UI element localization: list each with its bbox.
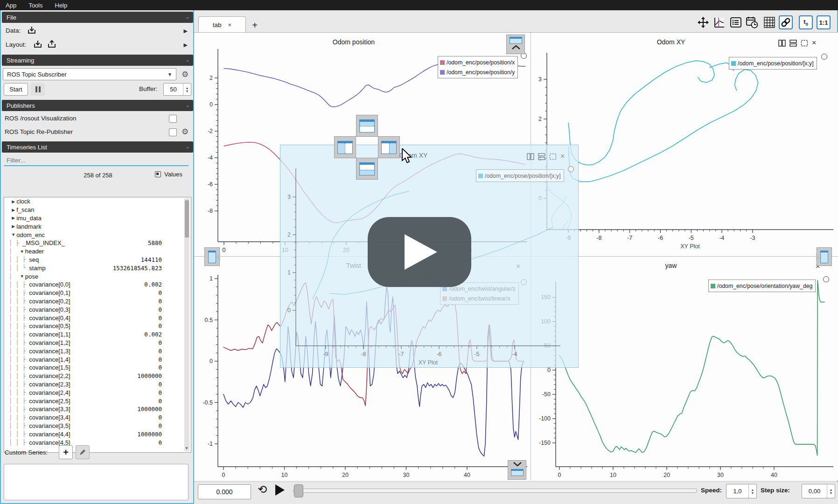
- tree-row[interactable]: │ │ ├ covariance[4,4]1000000: [4, 430, 191, 438]
- t0-icon[interactable]: t0: [799, 15, 813, 29]
- publisher-republisher-checkbox[interactable]: [169, 128, 177, 136]
- video-play-button[interactable]: [368, 217, 471, 287]
- tree-row[interactable]: │ │ ├ covariance[1,5]0: [4, 364, 191, 372]
- dock-edge-left-indicator[interactable]: [204, 247, 220, 266]
- plot-legend[interactable]: /odom_enc/pose/orientation/yaw_deg: [708, 280, 816, 292]
- tree-row[interactable]: │ │ ├ covariance[1,3]0: [4, 347, 191, 355]
- time-field[interactable]: 0.000: [198, 484, 251, 499]
- tree-row[interactable]: │ │ ├ covariance[1,4]0: [4, 355, 191, 364]
- start-button[interactable]: Start: [4, 83, 28, 96]
- step-size-spinner[interactable]: 0,00▲▼: [802, 484, 835, 498]
- dock-left-indicator[interactable]: [334, 136, 356, 158]
- layout-submenu-arrow[interactable]: ▶: [184, 42, 188, 48]
- tree-row[interactable]: │ │ ├ covariance[0,2]0: [4, 297, 191, 306]
- tree-row[interactable]: │ │ ├ covariance[1,2]0: [4, 339, 191, 347]
- tree-row[interactable]: │ │ ├ covariance[0,0]0.002: [4, 280, 191, 289]
- list-icon[interactable]: [729, 15, 743, 29]
- add-custom-series-button[interactable]: +: [59, 445, 73, 459]
- plot-legend[interactable]: /odom_enc/pose/position/x/odom_enc/pose/…: [438, 56, 518, 78]
- legend-entry[interactable]: /odom_enc/pose/position/x: [440, 57, 515, 67]
- tree-row[interactable]: │ │ ├ covariance[2,3]0: [4, 380, 191, 389]
- load-layout-icon[interactable]: [33, 39, 43, 49]
- collapse-icon[interactable]: -: [187, 102, 189, 109]
- tree-row[interactable]: │ │ └ stamp1532618545.823: [4, 264, 191, 272]
- tree-row[interactable]: │ │ ├ covariance[3,4]0: [4, 413, 191, 422]
- edit-custom-series-button[interactable]: [76, 445, 90, 459]
- tree-row[interactable]: │ ▼header: [4, 247, 191, 256]
- timeseries-tree[interactable]: ▶clock ▶f_scan ▶imu_data ▶landmark ▼odom…: [4, 197, 191, 453]
- tree-scrollbar-thumb[interactable]: [185, 200, 189, 238]
- tree-row[interactable]: │ │ ├ covariance[2,4]0: [4, 388, 191, 397]
- tree-row[interactable]: ▶clock: [4, 197, 191, 206]
- values-checkbox[interactable]: [155, 171, 161, 177]
- collapse-icon[interactable]: -: [187, 14, 189, 21]
- close-icon[interactable]: ×: [560, 153, 565, 160]
- tree-row[interactable]: │ │ ├ covariance[1,1]0.002: [4, 330, 191, 339]
- grid-icon[interactable]: [762, 15, 776, 29]
- scroll-down-icon[interactable]: ▼: [185, 446, 189, 450]
- menu-app[interactable]: App: [6, 2, 16, 9]
- tree-row[interactable]: │ │ ├ covariance[3,5]0: [4, 422, 191, 430]
- tree-row[interactable]: │ │ ├ covariance[0,4]0: [4, 314, 191, 322]
- add-tab-button[interactable]: +: [248, 19, 261, 32]
- tree-row[interactable]: │ │ ├ covariance[4,5]0: [4, 438, 191, 447]
- tree-row[interactable]: │ │ ├ covariance[3,3]1000000: [4, 405, 191, 413]
- tree-row[interactable]: ▼odom_enc: [4, 231, 191, 239]
- tree-row[interactable]: ▶landmark: [4, 222, 191, 231]
- custom-series-list[interactable]: [4, 464, 189, 500]
- legend-entry[interactable]: /odom_enc/pose/position/[x;y]: [478, 171, 561, 181]
- legend-entry[interactable]: /odom_enc/pose/position/y: [440, 67, 515, 77]
- legend-entry[interactable]: /odom_enc/pose/orientation/yaw_deg: [711, 281, 812, 291]
- tree-row[interactable]: │ │ ├ covariance[2,5]0: [4, 397, 191, 405]
- tree-row[interactable]: ▶f_scan: [4, 206, 191, 214]
- filter-input[interactable]: [4, 155, 189, 166]
- collapse-icon[interactable]: -: [187, 144, 189, 151]
- tab-item[interactable]: tab×: [198, 16, 246, 33]
- menu-help[interactable]: Help: [55, 2, 68, 9]
- tree-scrollbar[interactable]: ▼: [184, 198, 189, 451]
- link-icon[interactable]: [779, 15, 793, 29]
- pause-button[interactable]: [31, 83, 45, 96]
- plot-legend[interactable]: /odom_enc/pose/position/[x;y]: [729, 57, 817, 70]
- republisher-gear-icon[interactable]: ⚙: [182, 127, 189, 137]
- streaming-plugin-select[interactable]: ROS Topic Subscriber▼: [3, 68, 176, 80]
- tree-row[interactable]: │ │ ├ covariance[2,2]1000000: [4, 372, 191, 380]
- dock-top-indicator[interactable]: [356, 115, 378, 137]
- dock-edge-bottom-indicator[interactable]: [508, 460, 526, 480]
- dock-edge-top-indicator[interactable]: [506, 35, 525, 54]
- legend-entry[interactable]: /odom_enc/pose/position/[x;y]: [731, 58, 814, 68]
- legend-circle-icon[interactable]: [823, 276, 829, 282]
- tree-row[interactable]: │ │ ├ covariance[0,5]0: [4, 322, 191, 330]
- tab-close-icon[interactable]: ×: [228, 21, 232, 28]
- timeline-slider-track[interactable]: [293, 489, 697, 493]
- load-data-icon[interactable]: [27, 25, 37, 35]
- tree-row[interactable]: │ ▼pose: [4, 272, 191, 280]
- fullscreen-icon[interactable]: [801, 40, 808, 47]
- tree-row[interactable]: │ ├ _MSG_INDEX_5880: [4, 239, 191, 247]
- buffer-spinner[interactable]: 50 ▲▼: [163, 83, 191, 96]
- file-section-header[interactable]: File-: [2, 12, 193, 23]
- play-icon[interactable]: [275, 484, 285, 496]
- dock-edge-right-indicator[interactable]: [817, 247, 832, 266]
- publisher-rosout-checkbox[interactable]: [169, 115, 177, 123]
- tracker-icon[interactable]: [712, 15, 726, 29]
- timeline-slider-handle[interactable]: [294, 484, 303, 497]
- menu-tools[interactable]: Tools: [28, 2, 42, 9]
- close-icon[interactable]: ×: [812, 39, 816, 47]
- dock-right-indicator[interactable]: [378, 136, 400, 158]
- tree-row[interactable]: ▶imu_data: [4, 214, 191, 223]
- tree-row[interactable]: │ │ ├ covariance[0,3]0: [4, 305, 191, 314]
- move-icon[interactable]: [696, 15, 710, 29]
- fullscreen-icon[interactable]: [549, 153, 557, 160]
- streaming-section-header[interactable]: Streaming-: [2, 55, 193, 66]
- save-layout-icon[interactable]: [47, 39, 57, 49]
- ratio-icon[interactable]: 1:1: [817, 15, 831, 29]
- date-clock-icon[interactable]: [745, 15, 759, 29]
- tree-row[interactable]: │ │ ├ seq144110: [4, 256, 191, 264]
- loop-icon[interactable]: ⟲: [258, 483, 267, 496]
- dock-bottom-indicator[interactable]: [356, 158, 378, 180]
- split-horizontal-icon[interactable]: [778, 40, 786, 47]
- split-vertical-icon[interactable]: [789, 40, 797, 47]
- streaming-gear-icon[interactable]: ⚙: [182, 70, 189, 79]
- data-submenu-arrow[interactable]: ▶: [184, 28, 188, 34]
